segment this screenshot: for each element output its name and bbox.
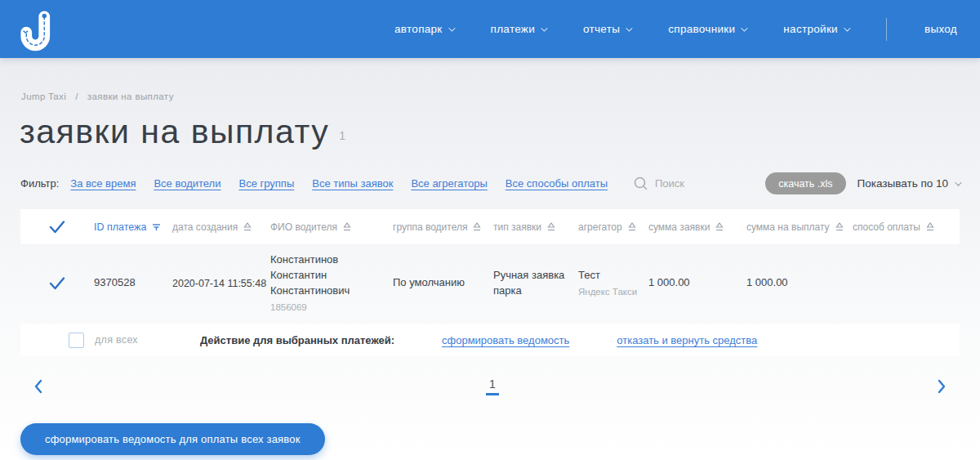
select-all-checkbox[interactable] bbox=[69, 333, 84, 348]
chevron-down-icon bbox=[626, 25, 632, 31]
page-title-text: заявки на выплату bbox=[20, 113, 329, 151]
nav-label: платежи bbox=[491, 23, 535, 35]
sort-icon bbox=[715, 222, 724, 231]
nav-item-reports[interactable]: отчеты bbox=[583, 15, 630, 43]
select-all-label: для всех bbox=[95, 334, 138, 346]
cell-request-type: Ручная заявка парка bbox=[493, 268, 578, 299]
column-header-payment-method[interactable]: способ оплаты bbox=[853, 221, 960, 233]
table-footer-row: для всех Действие для выбранных платежей… bbox=[20, 324, 960, 356]
nav-label: справочники bbox=[668, 23, 735, 35]
chevron-down-icon bbox=[741, 25, 747, 31]
aggregator-platform: Яндекс Такси bbox=[578, 285, 639, 299]
column-label: дата создания bbox=[172, 221, 238, 233]
breadcrumb-separator: / bbox=[75, 92, 78, 101]
sort-icon bbox=[835, 222, 844, 231]
check-icon bbox=[48, 276, 66, 291]
pagination: 1 bbox=[33, 377, 947, 395]
filter-aggregators[interactable]: Все агрегаторы bbox=[411, 177, 487, 190]
column-label: тип заявки bbox=[493, 221, 541, 233]
app-root: автопарк платежи отчеты справочники наст… bbox=[0, 0, 980, 455]
column-header-request-amount[interactable]: сумма заявки bbox=[648, 221, 746, 233]
bulk-action-label: Действие для выбранных платежей: bbox=[200, 334, 394, 346]
cell-payout-amount: 1 000.00 bbox=[746, 275, 853, 291]
nav-label: автопарк bbox=[394, 23, 443, 35]
sort-icon bbox=[343, 222, 351, 231]
filter-request-types[interactable]: Все типы заявок bbox=[312, 177, 393, 190]
nav-item-autopark[interactable]: автопарк bbox=[394, 15, 453, 43]
filter-icon bbox=[152, 222, 161, 231]
download-xls-button[interactable]: скачать .xls bbox=[765, 172, 845, 194]
chevron-down-icon bbox=[955, 179, 961, 185]
page-title: заявки на выплату 1 bbox=[20, 113, 980, 151]
sort-icon bbox=[473, 222, 481, 231]
main-content: Jump Taxi / заявки на выплату заявки на … bbox=[0, 92, 980, 455]
search-input[interactable] bbox=[655, 177, 745, 190]
column-header-payment-id[interactable]: ID платежа bbox=[94, 221, 172, 233]
column-header-aggregator[interactable]: агрегатор bbox=[578, 221, 648, 233]
chevron-right-icon bbox=[936, 379, 947, 394]
driver-id: 1856069 bbox=[270, 301, 383, 315]
logout-button[interactable]: выход bbox=[924, 15, 957, 43]
select-all-checkmark[interactable] bbox=[20, 220, 94, 234]
page-size-label: Показывать по 10 bbox=[858, 177, 948, 190]
payout-requests-table: ID платежа дата создания ФИО водите bbox=[20, 209, 960, 356]
nav-divider bbox=[886, 18, 887, 41]
cell-request-amount: 1 000.00 bbox=[648, 275, 746, 291]
chevron-left-icon bbox=[33, 379, 44, 394]
search-icon bbox=[634, 176, 648, 190]
column-label: сумма заявки bbox=[648, 221, 710, 233]
row-checkmark[interactable] bbox=[20, 276, 94, 291]
nav-label: отчеты bbox=[583, 23, 620, 35]
column-label: способ оплаты bbox=[853, 221, 920, 233]
reject-and-refund-link[interactable]: отказать и вернуть средства bbox=[617, 334, 757, 346]
column-header-created-date[interactable]: дата создания bbox=[172, 221, 270, 233]
column-label: группа водителя bbox=[393, 221, 467, 233]
driver-name: Константинов Константин Константинович bbox=[270, 252, 383, 299]
prev-page-button[interactable] bbox=[33, 379, 44, 394]
column-header-driver-name[interactable]: ФИО водителя bbox=[270, 221, 393, 233]
next-page-button[interactable] bbox=[936, 379, 947, 394]
cell-aggregator: Тест Яндекс Такси bbox=[578, 268, 648, 299]
cell-payment-id: 9370528 bbox=[94, 275, 172, 291]
column-header-driver-group[interactable]: группа водителя bbox=[393, 221, 493, 233]
main-nav: автопарк платежи отчеты справочники наст… bbox=[357, 15, 957, 43]
page-size-select[interactable]: Показывать по 10 bbox=[858, 177, 960, 190]
sort-icon bbox=[628, 222, 636, 231]
column-label: сумма на выплату bbox=[746, 221, 830, 233]
column-label: ID платежа bbox=[94, 221, 146, 233]
sort-icon bbox=[243, 222, 252, 231]
cell-driver-group: По умолчанию bbox=[393, 275, 493, 291]
nav-item-directories[interactable]: справочники bbox=[668, 15, 746, 43]
nav-item-settings[interactable]: настройки bbox=[783, 15, 849, 43]
pay-all-requests-button[interactable]: сформировать ведомость для оплаты всех з… bbox=[20, 423, 325, 455]
filter-period[interactable]: За все время bbox=[70, 177, 136, 190]
filter-bar: Фильтр: За все время Все водители Все гр… bbox=[20, 172, 960, 194]
chevron-down-icon bbox=[541, 25, 547, 31]
jump-taxi-logo-icon[interactable] bbox=[20, 7, 56, 51]
cell-driver: Константинов Константин Константинович 1… bbox=[270, 252, 393, 314]
sort-icon bbox=[926, 222, 934, 231]
create-statement-link[interactable]: сформировать ведомость bbox=[442, 334, 569, 346]
cell-created-date: 2020-07-14 11:55:48 bbox=[172, 276, 270, 291]
filter-groups[interactable]: Все группы bbox=[238, 177, 294, 190]
page-number-current[interactable]: 1 bbox=[486, 377, 499, 395]
sort-icon bbox=[547, 222, 555, 231]
breadcrumb: Jump Taxi / заявки на выплату bbox=[21, 92, 980, 101]
table-header-row: ID платежа дата создания ФИО водите bbox=[20, 209, 960, 244]
chevron-down-icon bbox=[844, 25, 850, 31]
check-icon bbox=[48, 220, 66, 234]
top-navbar: автопарк платежи отчеты справочники наст… bbox=[0, 0, 980, 58]
search-box[interactable] bbox=[634, 176, 745, 190]
filter-label: Фильтр: bbox=[20, 177, 59, 190]
filter-drivers[interactable]: Все водители bbox=[154, 177, 220, 190]
nav-item-payments[interactable]: платежи bbox=[491, 15, 546, 43]
filter-payment-methods[interactable]: Все способы оплаты bbox=[506, 177, 608, 190]
aggregator-name: Тест bbox=[578, 268, 639, 284]
column-header-request-type[interactable]: тип заявки bbox=[493, 221, 578, 233]
breadcrumb-home[interactable]: Jump Taxi bbox=[21, 92, 66, 101]
nav-label: настройки bbox=[783, 23, 838, 35]
breadcrumb-current: заявки на выплату bbox=[87, 92, 174, 101]
table-row: 9370528 2020-07-14 11:55:48 Константинов… bbox=[20, 244, 960, 322]
column-header-payout-amount[interactable]: сумма на выплату bbox=[746, 221, 853, 233]
column-label: агрегатор bbox=[578, 221, 622, 233]
